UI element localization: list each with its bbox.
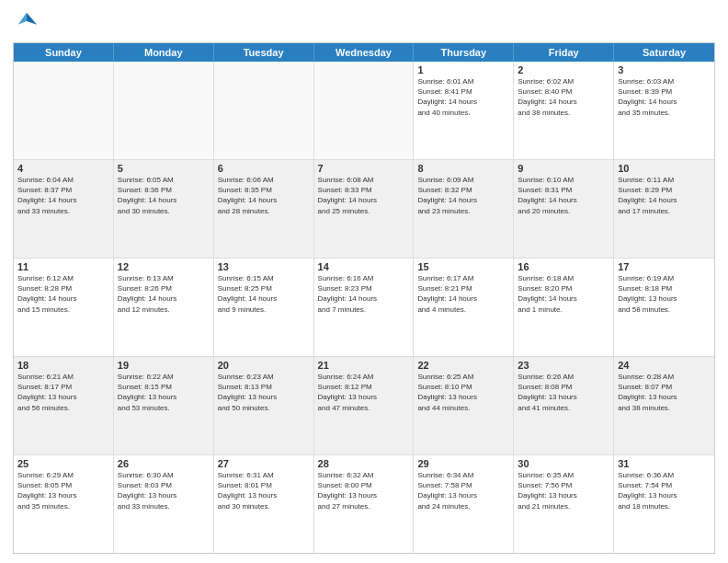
calendar-cell [214, 62, 314, 159]
calendar-cell: 15Sunrise: 6:17 AM Sunset: 8:21 PM Dayli… [414, 259, 514, 356]
day-info: Sunrise: 6:18 AM Sunset: 8:20 PM Dayligh… [518, 273, 609, 315]
calendar-cell [14, 62, 114, 159]
day-number: 11 [17, 261, 109, 272]
day-number: 28 [318, 458, 410, 469]
day-info: Sunrise: 6:36 AM Sunset: 7:54 PM Dayligh… [618, 470, 711, 511]
day-number: 20 [218, 360, 310, 371]
calendar-row: 1Sunrise: 6:01 AM Sunset: 8:41 PM Daylig… [14, 62, 714, 160]
day-info: Sunrise: 6:17 AM Sunset: 8:21 PM Dayligh… [417, 273, 509, 315]
day-number: 22 [417, 360, 509, 371]
day-number: 12 [118, 261, 210, 272]
page: SundayMondayTuesdayWednesdayThursdayFrid… [0, 0, 728, 563]
day-info: Sunrise: 6:16 AM Sunset: 8:23 PM Dayligh… [318, 273, 410, 315]
day-number: 26 [118, 458, 210, 469]
weekday-header: Wednesday [314, 43, 415, 62]
day-info: Sunrise: 6:23 AM Sunset: 8:13 PM Dayligh… [218, 372, 310, 413]
day-number: 1 [417, 64, 509, 75]
calendar-header: SundayMondayTuesdayWednesdayThursdayFrid… [14, 43, 714, 62]
header [13, 9, 715, 35]
day-info: Sunrise: 6:25 AM Sunset: 8:10 PM Dayligh… [417, 372, 509, 413]
day-info: Sunrise: 6:13 AM Sunset: 8:26 PM Dayligh… [118, 273, 210, 315]
calendar-row: 11Sunrise: 6:12 AM Sunset: 8:28 PM Dayli… [14, 259, 714, 357]
calendar-body: 1Sunrise: 6:01 AM Sunset: 8:41 PM Daylig… [14, 62, 714, 553]
day-number: 10 [618, 163, 711, 174]
day-number: 19 [118, 360, 210, 371]
weekday-header: Thursday [414, 43, 514, 62]
day-info: Sunrise: 6:29 AM Sunset: 8:05 PM Dayligh… [17, 470, 109, 511]
calendar-cell: 20Sunrise: 6:23 AM Sunset: 8:13 PM Dayli… [214, 357, 314, 454]
calendar-cell: 9Sunrise: 6:10 AM Sunset: 8:31 PM Daylig… [514, 160, 614, 258]
day-info: Sunrise: 6:09 AM Sunset: 8:32 PM Dayligh… [417, 175, 509, 216]
day-info: Sunrise: 6:06 AM Sunset: 8:35 PM Dayligh… [218, 175, 310, 216]
calendar-cell: 2Sunrise: 6:02 AM Sunset: 8:40 PM Daylig… [514, 62, 614, 159]
calendar-cell: 27Sunrise: 6:31 AM Sunset: 8:01 PM Dayli… [214, 455, 314, 553]
calendar-cell: 16Sunrise: 6:18 AM Sunset: 8:20 PM Dayli… [514, 259, 614, 356]
day-number: 23 [518, 360, 609, 371]
day-info: Sunrise: 6:01 AM Sunset: 8:41 PM Dayligh… [417, 76, 509, 118]
day-number: 6 [218, 163, 310, 174]
day-number: 7 [318, 163, 410, 174]
weekday-header: Friday [514, 43, 614, 62]
day-number: 17 [618, 261, 711, 272]
calendar: SundayMondayTuesdayWednesdayThursdayFrid… [13, 42, 715, 554]
calendar-cell: 7Sunrise: 6:08 AM Sunset: 8:33 PM Daylig… [314, 160, 415, 258]
calendar-cell: 19Sunrise: 6:22 AM Sunset: 8:15 PM Dayli… [114, 357, 214, 454]
day-info: Sunrise: 6:05 AM Sunset: 8:36 PM Dayligh… [118, 175, 210, 216]
day-info: Sunrise: 6:03 AM Sunset: 8:39 PM Dayligh… [618, 76, 711, 118]
day-number: 25 [17, 458, 109, 469]
day-number: 14 [318, 261, 410, 272]
weekday-header: Tuesday [214, 43, 314, 62]
day-info: Sunrise: 6:12 AM Sunset: 8:28 PM Dayligh… [17, 273, 109, 315]
day-number: 18 [17, 360, 109, 371]
day-info: Sunrise: 6:11 AM Sunset: 8:29 PM Dayligh… [618, 175, 711, 216]
day-info: Sunrise: 6:35 AM Sunset: 7:56 PM Dayligh… [518, 470, 609, 511]
calendar-cell: 4Sunrise: 6:04 AM Sunset: 8:37 PM Daylig… [14, 160, 114, 258]
day-info: Sunrise: 6:26 AM Sunset: 8:08 PM Dayligh… [518, 372, 609, 413]
calendar-cell: 5Sunrise: 6:05 AM Sunset: 8:36 PM Daylig… [114, 160, 214, 258]
day-info: Sunrise: 6:19 AM Sunset: 8:18 PM Dayligh… [618, 273, 711, 315]
calendar-cell [314, 62, 415, 159]
calendar-cell: 25Sunrise: 6:29 AM Sunset: 8:05 PM Dayli… [14, 455, 114, 553]
logo [13, 9, 42, 35]
day-info: Sunrise: 6:04 AM Sunset: 8:37 PM Dayligh… [17, 175, 109, 216]
day-number: 16 [518, 261, 609, 272]
calendar-cell: 11Sunrise: 6:12 AM Sunset: 8:28 PM Dayli… [14, 259, 114, 356]
calendar-cell: 23Sunrise: 6:26 AM Sunset: 8:08 PM Dayli… [514, 357, 614, 454]
day-info: Sunrise: 6:24 AM Sunset: 8:12 PM Dayligh… [318, 372, 410, 413]
calendar-cell: 26Sunrise: 6:30 AM Sunset: 8:03 PM Dayli… [114, 455, 214, 553]
day-info: Sunrise: 6:28 AM Sunset: 8:07 PM Dayligh… [618, 372, 711, 413]
calendar-cell: 6Sunrise: 6:06 AM Sunset: 8:35 PM Daylig… [214, 160, 314, 258]
calendar-row: 4Sunrise: 6:04 AM Sunset: 8:37 PM Daylig… [14, 160, 714, 259]
calendar-cell: 24Sunrise: 6:28 AM Sunset: 8:07 PM Dayli… [614, 357, 714, 454]
calendar-cell: 29Sunrise: 6:34 AM Sunset: 7:58 PM Dayli… [414, 455, 514, 553]
day-info: Sunrise: 6:31 AM Sunset: 8:01 PM Dayligh… [218, 470, 310, 511]
day-info: Sunrise: 6:15 AM Sunset: 8:25 PM Dayligh… [218, 273, 310, 315]
day-info: Sunrise: 6:08 AM Sunset: 8:33 PM Dayligh… [318, 175, 410, 216]
calendar-cell: 8Sunrise: 6:09 AM Sunset: 8:32 PM Daylig… [414, 160, 514, 258]
calendar-cell: 10Sunrise: 6:11 AM Sunset: 8:29 PM Dayli… [614, 160, 714, 258]
day-info: Sunrise: 6:10 AM Sunset: 8:31 PM Dayligh… [518, 175, 609, 216]
calendar-cell: 13Sunrise: 6:15 AM Sunset: 8:25 PM Dayli… [214, 259, 314, 356]
calendar-cell: 28Sunrise: 6:32 AM Sunset: 8:00 PM Dayli… [314, 455, 415, 553]
day-number: 3 [618, 64, 711, 75]
day-number: 13 [218, 261, 310, 272]
day-number: 9 [518, 163, 609, 174]
day-info: Sunrise: 6:30 AM Sunset: 8:03 PM Dayligh… [118, 470, 210, 511]
day-number: 4 [17, 163, 109, 174]
calendar-cell: 12Sunrise: 6:13 AM Sunset: 8:26 PM Dayli… [114, 259, 214, 356]
calendar-row: 25Sunrise: 6:29 AM Sunset: 8:05 PM Dayli… [14, 455, 714, 553]
day-number: 8 [417, 163, 509, 174]
day-number: 27 [218, 458, 310, 469]
day-number: 21 [318, 360, 410, 371]
svg-rect-0 [13, 9, 39, 35]
day-info: Sunrise: 6:21 AM Sunset: 8:17 PM Dayligh… [17, 372, 109, 413]
day-number: 5 [118, 163, 210, 174]
calendar-cell: 22Sunrise: 6:25 AM Sunset: 8:10 PM Dayli… [414, 357, 514, 454]
logo-icon [13, 9, 39, 35]
day-info: Sunrise: 6:02 AM Sunset: 8:40 PM Dayligh… [518, 76, 609, 118]
calendar-cell: 18Sunrise: 6:21 AM Sunset: 8:17 PM Dayli… [14, 357, 114, 454]
calendar-row: 18Sunrise: 6:21 AM Sunset: 8:17 PM Dayli… [14, 357, 714, 455]
calendar-cell: 21Sunrise: 6:24 AM Sunset: 8:12 PM Dayli… [314, 357, 415, 454]
day-number: 24 [618, 360, 711, 371]
calendar-cell: 17Sunrise: 6:19 AM Sunset: 8:18 PM Dayli… [614, 259, 714, 356]
